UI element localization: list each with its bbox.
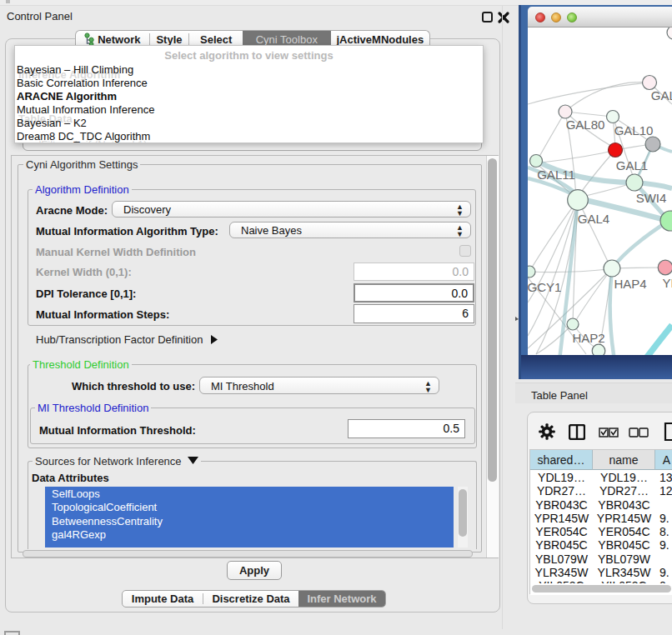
svg-text:GAL4: GAL4 bbox=[578, 212, 609, 226]
svg-text:YD: YD bbox=[663, 276, 672, 290]
svg-text:GCY1: GCY1 bbox=[528, 280, 561, 294]
svg-text:SWI4: SWI4 bbox=[636, 191, 667, 205]
svg-text:HAP2: HAP2 bbox=[572, 331, 604, 345]
svg-text:HAP4: HAP4 bbox=[614, 277, 646, 291]
svg-text:GAL80: GAL80 bbox=[566, 118, 605, 132]
svg-text:GAL2: GAL2 bbox=[651, 88, 672, 102]
svg-text:GAL11: GAL11 bbox=[537, 168, 575, 182]
svg-text:GAL1: GAL1 bbox=[616, 158, 648, 172]
svg-text:GAL10: GAL10 bbox=[614, 123, 654, 138]
